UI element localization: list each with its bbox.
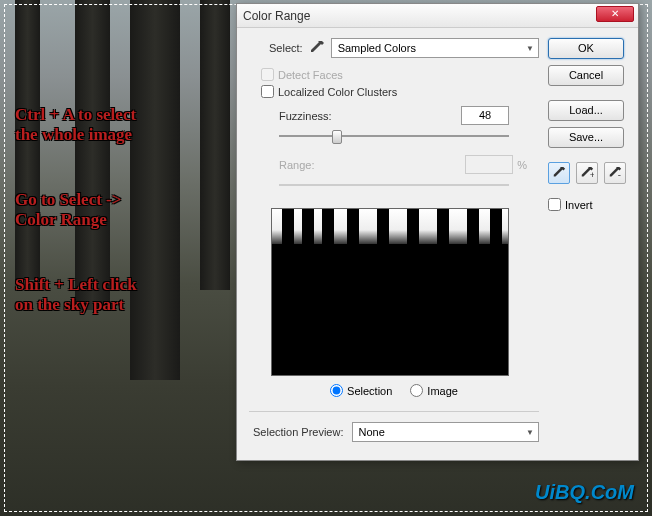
selection-preview-image[interactable] — [271, 208, 509, 376]
close-button[interactable]: ✕ — [596, 6, 634, 22]
selection-preview-value: None — [359, 426, 385, 438]
annotation-shift-click: Shift + Left click on the sky part — [15, 275, 137, 316]
detect-faces-checkbox: Detect Faces — [261, 68, 539, 81]
radio-image-label: Image — [427, 385, 458, 397]
localized-input[interactable] — [261, 85, 274, 98]
radio-selection-input[interactable] — [330, 384, 343, 397]
color-range-dialog: Color Range ✕ Select: Sampled Colors Det… — [236, 3, 639, 461]
eyedropper-icon — [309, 40, 325, 56]
radio-image[interactable]: Image — [410, 384, 458, 397]
select-value: Sampled Colors — [338, 42, 416, 54]
separator — [249, 411, 539, 412]
percent-label: % — [517, 159, 527, 171]
load-button[interactable]: Load... — [548, 100, 624, 121]
eyedropper-plus-tool[interactable]: + — [576, 162, 598, 184]
annotation-menu: Go to Select -> Color Range — [15, 190, 121, 231]
selection-preview-dropdown[interactable]: None — [352, 422, 540, 442]
slider-thumb[interactable] — [332, 130, 342, 144]
localized-label: Localized Color Clusters — [278, 86, 397, 98]
watermark-bottom: UiBQ.CoM — [535, 481, 634, 504]
radio-selection[interactable]: Selection — [330, 384, 392, 397]
radio-selection-label: Selection — [347, 385, 392, 397]
dialog-title: Color Range — [243, 9, 310, 23]
invert-label: Invert — [565, 199, 593, 211]
tree — [75, 0, 110, 310]
save-button[interactable]: Save... — [548, 127, 624, 148]
ok-button[interactable]: OK — [548, 38, 624, 59]
detect-faces-input — [261, 68, 274, 81]
slider-track — [279, 135, 509, 137]
invert-input[interactable] — [548, 198, 561, 211]
eyedropper-minus-tool[interactable]: - — [604, 162, 626, 184]
cancel-button[interactable]: Cancel — [548, 65, 624, 86]
tree — [130, 0, 180, 380]
fuzziness-label: Fuzziness: — [279, 110, 332, 122]
select-dropdown[interactable]: Sampled Colors — [331, 38, 539, 58]
eyedropper-tool[interactable] — [548, 162, 570, 184]
fuzziness-input[interactable]: 48 — [461, 106, 509, 125]
select-label: Select: — [269, 42, 303, 54]
svg-text:-: - — [618, 169, 621, 180]
slider-track — [279, 184, 509, 186]
invert-checkbox[interactable]: Invert — [548, 198, 626, 211]
range-label: Range: — [279, 159, 314, 171]
annotation-select-all: Ctrl + A to select the whole image — [15, 105, 136, 146]
detect-faces-label: Detect Faces — [278, 69, 343, 81]
localized-checkbox[interactable]: Localized Color Clusters — [261, 85, 539, 98]
svg-text:+: + — [590, 169, 594, 180]
fuzziness-slider[interactable] — [279, 127, 509, 145]
range-input — [465, 155, 513, 174]
radio-image-input[interactable] — [410, 384, 423, 397]
range-slider — [279, 176, 509, 194]
selection-preview-label: Selection Preview: — [253, 426, 344, 438]
tree — [200, 0, 230, 290]
dialog-titlebar[interactable]: Color Range ✕ — [237, 4, 638, 28]
